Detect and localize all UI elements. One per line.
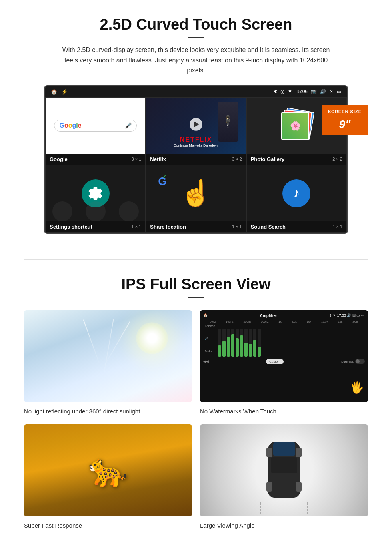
device-screen: 🏠 ⚡ ✱ ◎ ▼ 15:06 📷 🔊 ☒ ▭ <box>44 85 348 234</box>
share-bg: ✓G ☝️ <box>146 165 246 221</box>
feature-caption-car: Large Viewing Angle <box>200 520 368 530</box>
google-search-bar[interactable]: Google 🎤 <box>54 120 136 132</box>
title-divider <box>188 37 204 38</box>
car-wheel-rl <box>266 482 272 492</box>
amp-bar-9 <box>253 329 256 357</box>
section-curved: 2.5D Curved Touch Screen With 2.5D curve… <box>0 0 392 243</box>
g-letter-g2: g <box>72 122 76 129</box>
shadow-circle-2 <box>86 201 106 221</box>
feature-cheetah: 🐆 Super Fast Response <box>24 424 192 530</box>
section2-title: IPS Full Screen View <box>24 276 368 293</box>
camera-icon: 📷 <box>311 89 317 94</box>
play-triangle-icon <box>194 121 199 128</box>
badge-size: 9" <box>328 118 362 131</box>
amp-toggle[interactable] <box>355 359 365 364</box>
settings-size: 1 × 1 <box>132 224 142 229</box>
light-ray-1 <box>83 319 100 365</box>
person-silhouette: 🕴 <box>218 102 238 142</box>
amp-hand-icon: 🖐 <box>350 381 364 394</box>
location-icon: ◎ <box>280 89 284 94</box>
app-cell-google[interactable]: Google 🎤 Google 3 × 1 <box>45 97 146 165</box>
amp-bar-5 <box>236 329 239 357</box>
app-grid-top: Google 🎤 Google 3 × 1 <box>45 97 347 165</box>
time-display: 15:06 <box>296 89 308 94</box>
settings-shadow <box>46 201 145 221</box>
app-cell-share[interactable]: ✓G ☝️ Share location 1 × 1 <box>146 165 246 233</box>
settings-label-row: Settings shortcut 1 × 1 <box>46 221 145 232</box>
device-wrapper: 🏠 ⚡ ✱ ◎ ▼ 15:06 📷 🔊 ☒ ▭ <box>24 85 368 234</box>
netflix-overlay: NETFLIX Continue Marvel's Daredevil <box>150 136 242 147</box>
g-letter-e: e <box>78 122 82 129</box>
section-divider-hr <box>24 259 368 260</box>
wifi-icon: ▼ <box>288 89 292 94</box>
netflix-cell-inner: 🕴 NETFLIX Continue Marvel's Daredevil <box>146 98 246 154</box>
section-ips: IPS Full Screen View No light reflecting… <box>0 276 392 546</box>
light-ray-2 <box>103 319 114 378</box>
car-windshield <box>273 442 295 456</box>
feature-car: Large Viewing Angle <box>200 424 368 530</box>
netflix-label: Netflix <box>150 156 166 162</box>
status-left: 🏠 ⚡ <box>51 89 68 95</box>
amp-bottom: ◀◀ Custom loudness <box>203 359 365 364</box>
amp-status: 9 ▼ 17:33 🔊 ☒ ▭ ⮐ <box>330 313 365 317</box>
badge-label: Screen Size <box>328 109 362 114</box>
amp-nav-arrows: ◀◀ <box>203 359 209 363</box>
netflix-bg: 🕴 NETFLIX Continue Marvel's Daredevil <box>146 98 246 154</box>
section1-description: With 2.5D curved-display screen, this de… <box>56 45 336 76</box>
amp-bar-8 <box>249 329 252 357</box>
mic-icon[interactable]: 🎤 <box>125 122 132 129</box>
settings-label: Settings shortcut <box>50 224 92 230</box>
car-wheel-fl <box>266 448 272 457</box>
google-label: Google <box>50 156 68 162</box>
settings-bg <box>46 165 145 221</box>
google-logo: Google <box>59 122 81 129</box>
home-icon[interactable]: 🏠 <box>51 89 57 95</box>
g-logo-share: ✓G <box>158 173 167 188</box>
app-grid-bottom: Settings shortcut 1 × 1 ✓G ☝️ <box>45 165 347 233</box>
app-cell-settings[interactable]: Settings shortcut 1 × 1 <box>45 165 146 233</box>
gallery-card-3: 🌸 <box>281 112 309 140</box>
sky-image <box>24 310 192 402</box>
amp-bar-4 <box>231 329 234 357</box>
shadow-circle-1 <box>52 201 72 221</box>
amp-bar-3 <box>227 329 230 357</box>
share-cell-inner: ✓G ☝️ <box>146 165 246 221</box>
music-note-icon: ♪ <box>293 186 300 201</box>
amp-bars <box>216 325 262 357</box>
sound-cell-inner: ♪ <box>247 165 346 221</box>
google-cell-inner: Google 🎤 <box>46 98 145 154</box>
feature-img-amp: 🏠 Amplifier 9 ▼ 17:33 🔊 ☒ ▭ ⮐ 60hz100hz2… <box>200 310 368 402</box>
gallery-stack: 🌸 <box>280 110 312 142</box>
gallery-label-row: Photo Gallery 2 × 2 <box>247 154 346 165</box>
feature-img-car <box>200 424 368 516</box>
status-bar: 🏠 ⚡ ✱ ◎ ▼ 15:06 📷 🔊 ☒ ▭ <box>45 86 347 97</box>
share-size: 1 × 1 <box>232 224 242 229</box>
sun-glow <box>136 322 168 354</box>
amp-bar-2 <box>222 329 226 357</box>
amp-custom-button[interactable]: Custom <box>266 359 284 364</box>
settings-cell-inner <box>46 165 145 221</box>
badge-divider <box>341 116 349 116</box>
pointing-hand-icon: ☝️ <box>180 178 212 208</box>
gallery-size: 2 × 2 <box>332 157 342 161</box>
amp-side-labels: Balance 🔊 Fader <box>203 324 365 357</box>
amp-header: 🏠 Amplifier 9 ▼ 17:33 🔊 ☒ ▭ ⮐ <box>203 313 365 318</box>
car-wheel-fr <box>296 448 302 457</box>
x-icon: ☒ <box>329 89 334 94</box>
amp-home-icon: 🏠 <box>203 313 208 317</box>
share-label: Share location <box>150 224 186 230</box>
feature-img-sky <box>24 310 192 402</box>
app-cell-netflix[interactable]: 🕴 NETFLIX Continue Marvel's Daredevil Ne… <box>146 97 246 165</box>
sound-label: Sound Search <box>251 224 286 230</box>
amplifier-image: 🏠 Amplifier 9 ▼ 17:33 🔊 ☒ ▭ ⮐ 60hz100hz2… <box>200 310 368 402</box>
bluetooth-icon: ✱ <box>273 89 277 94</box>
play-button[interactable] <box>190 118 202 131</box>
app-cell-sound[interactable]: ♪ Sound Search 1 × 1 <box>246 165 347 233</box>
sound-bg: ♪ <box>247 165 346 221</box>
gallery-label: Photo Gallery <box>251 156 285 162</box>
feature-caption-cheetah: Super Fast Response <box>24 520 192 530</box>
cheetah-icon: 🐆 <box>88 452 128 489</box>
car-roof <box>271 457 297 473</box>
car-body <box>268 442 300 498</box>
g-letter-g: G <box>59 122 64 129</box>
